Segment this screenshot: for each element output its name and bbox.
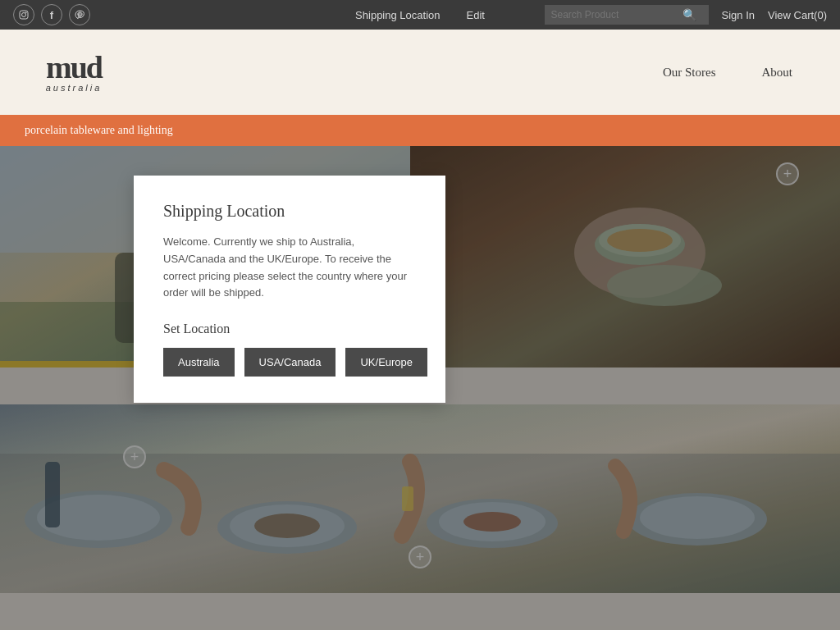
top-right: 🔍 Sign In View Cart(0) — [545, 5, 828, 25]
svg-point-1 — [22, 13, 26, 17]
modal-title: Shipping Location — [163, 202, 416, 221]
location-buttons: Australia USA/Canada UK/Europe — [163, 348, 416, 377]
nav-our-stores[interactable]: Our Stores — [640, 66, 739, 80]
top-center-nav: Shipping Location Edit — [342, 9, 498, 21]
instagram-icon[interactable] — [13, 4, 34, 25]
set-location-label: Set Location — [163, 322, 416, 336]
top-bar: f Shipping Location Edit 🔍 Sign In View … — [0, 0, 840, 30]
cart-link[interactable]: View Cart(0) — [768, 9, 827, 21]
logo-australia-text: australia — [46, 83, 103, 93]
header: mud australia Our Stores About — [0, 30, 840, 115]
signin-link[interactable]: Sign In — [722, 9, 755, 21]
banner-text: porcelain tableware and lighting — [25, 124, 173, 137]
main-nav: Our Stores About — [640, 66, 815, 80]
search-container: 🔍 — [545, 5, 709, 25]
facebook-icon[interactable]: f — [41, 4, 62, 25]
uk-europe-button[interactable]: UK/Europe — [345, 348, 427, 377]
australia-button[interactable]: Australia — [163, 348, 235, 377]
nav-about[interactable]: About — [739, 66, 816, 80]
logo-mud-text: mud — [46, 52, 102, 83]
edit-link[interactable]: Edit — [453, 9, 497, 21]
shipping-location-link[interactable]: Shipping Location — [342, 9, 453, 21]
usa-canada-button[interactable]: USA/Canada — [244, 348, 336, 377]
search-icon[interactable]: 🔍 — [682, 8, 696, 21]
main-content: + — [0, 146, 840, 630]
orange-banner: porcelain tableware and lighting — [0, 115, 840, 146]
svg-point-2 — [25, 12, 26, 13]
logo[interactable]: mud australia — [25, 43, 123, 101]
social-icons: f — [13, 4, 90, 25]
search-input[interactable] — [551, 9, 682, 21]
svg-rect-0 — [20, 11, 28, 19]
pinterest-icon[interactable] — [69, 4, 90, 25]
modal-body: Welcome. Currently we ship to Australia,… — [163, 234, 416, 302]
shipping-modal: Shipping Location Welcome. Currently we … — [134, 176, 445, 403]
